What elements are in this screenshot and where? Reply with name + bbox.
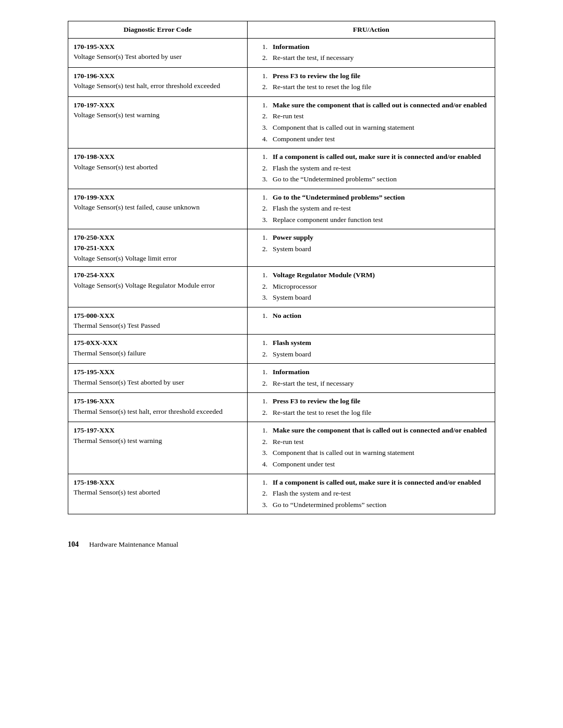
error-desc: Thermal Sensor(s) failure — [74, 349, 146, 357]
action-item: 1.Go to the “Undetermined problems” sect… — [262, 192, 489, 203]
action-item: 2.Re-run test — [262, 437, 489, 447]
action-number: 1. — [262, 71, 271, 81]
diagnostic-cell: 175-197-XXXThermal Sensor(s) test warnin… — [68, 422, 248, 474]
diagnostic-cell: 170-195-XXXVoltage Sensor(s) Test aborte… — [68, 38, 248, 67]
error-code: 175-198-XXX — [74, 478, 115, 486]
action-item: 3.Component that is called out in warnin… — [262, 122, 489, 133]
table-row: 170-250-XXX170-251-XXXVoltage Sensor(s) … — [68, 229, 495, 267]
header-diagnostic: Diagnostic Error Code — [68, 21, 248, 39]
action-text: Component under test — [273, 459, 335, 470]
action-number: 4. — [262, 134, 271, 144]
error-code: 170-254-XXX — [74, 271, 115, 279]
table-row: 170-196-XXXVoltage Sensor(s) test halt, … — [68, 67, 495, 96]
action-item: 2.System board — [262, 349, 489, 360]
action-item: 3.Go to “Undetermined problems” section — [262, 500, 489, 510]
action-number: 2. — [262, 244, 271, 254]
error-desc: Thermal Sensor(s) Test aborted by user — [74, 378, 184, 386]
error-code: 170-197-XXX — [74, 101, 115, 109]
action-cell: 1.Press F3 to review the log file2.Re-st… — [247, 393, 495, 422]
action-text: Flash the system and re-test — [273, 488, 351, 499]
table-row: 175-197-XXXThermal Sensor(s) test warnin… — [68, 422, 495, 474]
action-number: 3. — [262, 448, 271, 458]
diagnostic-cell: 170-199-XXXVoltage Sensor(s) test failed… — [68, 189, 248, 229]
header-fru: FRU/Action — [247, 21, 495, 39]
action-item: 1.Flash system — [262, 338, 489, 348]
action-number: 3. — [262, 500, 271, 510]
action-text: Flash system — [273, 338, 311, 348]
action-number: 2. — [262, 408, 271, 418]
action-text: Go to the “Undetermined problems” sectio… — [273, 192, 405, 203]
action-text: If a component is called out, make sure … — [273, 152, 481, 162]
action-text: System board — [273, 244, 311, 254]
action-item: 3.Go to the “Undetermined problems” sect… — [262, 174, 489, 184]
error-desc: Thermal Sensor(s) test halt, error thres… — [74, 408, 223, 415]
action-number: 2. — [262, 488, 271, 499]
action-number: 2. — [262, 437, 271, 447]
action-list: 1.Press F3 to review the log file2.Re-st… — [262, 71, 489, 92]
action-number: 1. — [262, 338, 271, 348]
action-item: 1.Power supply — [262, 232, 489, 243]
error-desc: Voltage Sensor(s) Voltage limit error — [74, 254, 177, 262]
action-text: Flash the system and re-test — [273, 203, 351, 214]
action-list: 1.Make sure the component that is called… — [262, 100, 489, 144]
table-row: 170-254-XXXVoltage Sensor(s) Voltage Reg… — [68, 267, 495, 307]
error-code: 170-198-XXX — [74, 153, 115, 161]
error-code: 170-195-XXX — [74, 43, 115, 51]
page-footer: 104 Hardware Maintenance Manual — [68, 540, 495, 549]
table-row: 170-198-XXXVoltage Sensor(s) test aborte… — [68, 149, 495, 189]
action-text: Voltage Regulator Module (VRM) — [273, 270, 375, 280]
action-list: 1.Power supply2.System board — [262, 232, 489, 254]
table-row: 175-198-XXXThermal Sensor(s) test aborte… — [68, 474, 495, 514]
action-cell: 1.Make sure the component that is called… — [247, 96, 495, 148]
action-item: 2.Microprocessor — [262, 281, 489, 292]
action-number: 1. — [262, 270, 271, 280]
action-number: 1. — [262, 396, 271, 406]
diagnostic-cell: 175-195-XXXThermal Sensor(s) Test aborte… — [68, 364, 248, 393]
action-item: 3.Component that is called out in warnin… — [262, 448, 489, 458]
action-cell: 1.Information2.Re-start the test, if nec… — [247, 38, 495, 67]
action-text: Component that is called out in warning … — [273, 448, 414, 458]
diagnostic-cell: 170-254-XXXVoltage Sensor(s) Voltage Reg… — [68, 267, 248, 307]
action-text: Information — [273, 367, 310, 377]
action-text: No action — [273, 311, 301, 321]
action-item: 3.System board — [262, 292, 489, 303]
table-row: 175-195-XXXThermal Sensor(s) Test aborte… — [68, 364, 495, 393]
action-item: 2.System board — [262, 244, 489, 254]
action-number: 2. — [262, 378, 271, 389]
action-text: Component under test — [273, 134, 335, 144]
action-number: 2. — [262, 349, 271, 360]
action-number: 1. — [262, 425, 271, 436]
error-desc: Voltage Sensor(s) test aborted — [74, 163, 157, 171]
table-row: 175-0XX-XXXThermal Sensor(s) failure1.Fl… — [68, 334, 495, 363]
action-item: 2.Flash the system and re-test — [262, 488, 489, 499]
action-number: 2. — [262, 163, 271, 174]
error-desc: Thermal Sensor(s) Test Passed — [74, 322, 160, 329]
error-desc: Thermal Sensor(s) test aborted — [74, 488, 160, 496]
diagnostic-cell: 175-0XX-XXXThermal Sensor(s) failure — [68, 334, 248, 363]
error-code: 170-250-XXX — [74, 233, 115, 241]
action-text: Re-start the test, if necessary — [273, 53, 354, 63]
action-text: Power supply — [273, 232, 313, 243]
action-item: 1.Press F3 to review the log file — [262, 71, 489, 81]
action-text: Go to the “Undetermined problems” sectio… — [273, 174, 397, 184]
action-text: Re-run test — [273, 437, 304, 447]
table-row: 175-196-XXXThermal Sensor(s) test halt, … — [68, 393, 495, 422]
action-item: 2.Re-start the test, if necessary — [262, 378, 489, 389]
action-item: 2.Flash the system and re-test — [262, 163, 489, 174]
error-code: 175-196-XXX — [74, 397, 115, 405]
action-item: 1.Voltage Regulator Module (VRM) — [262, 270, 489, 280]
action-item: 1.If a component is called out, make sur… — [262, 477, 489, 488]
error-code: 175-000-XXX — [74, 312, 115, 319]
action-number: 1. — [262, 367, 271, 377]
error-code: 175-0XX-XXX — [74, 339, 118, 347]
error-code: 170-251-XXX — [74, 244, 115, 252]
action-number: 1. — [262, 152, 271, 162]
action-text: Re-start the test to reset the log file — [273, 408, 371, 418]
error-code: 175-195-XXX — [74, 368, 115, 376]
action-number: 1. — [262, 192, 271, 203]
action-number: 1. — [262, 311, 271, 321]
action-item: 1.Information — [262, 367, 489, 377]
error-desc: Voltage Sensor(s) Voltage Regulator Modu… — [74, 281, 215, 289]
action-item: 1.Press F3 to review the log file — [262, 396, 489, 406]
action-number: 3. — [262, 122, 271, 133]
